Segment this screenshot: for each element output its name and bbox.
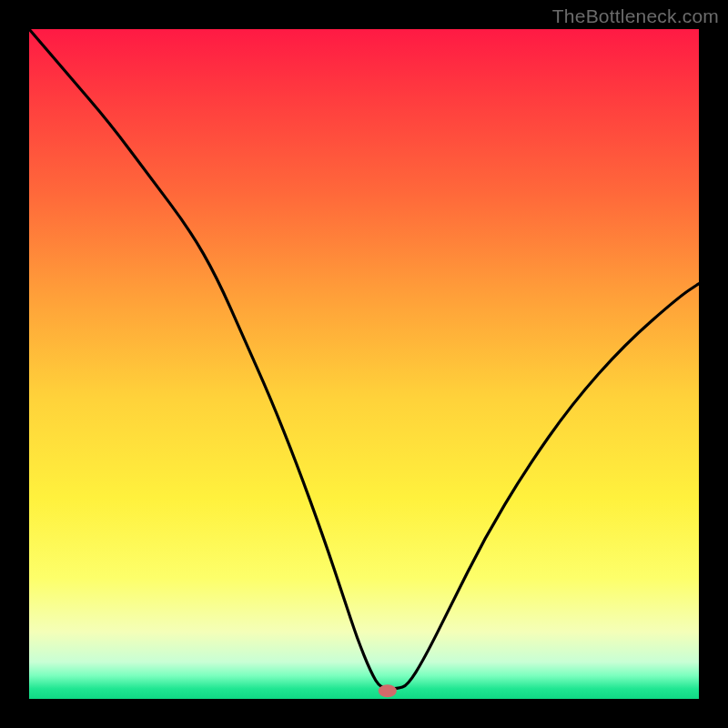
watermark-label: TheBottleneck.com: [552, 5, 719, 27]
chart-gradient-background: [29, 29, 699, 699]
chart-svg: [0, 0, 728, 728]
minimum-marker: [379, 684, 397, 697]
bottleneck-chart: [0, 0, 728, 728]
